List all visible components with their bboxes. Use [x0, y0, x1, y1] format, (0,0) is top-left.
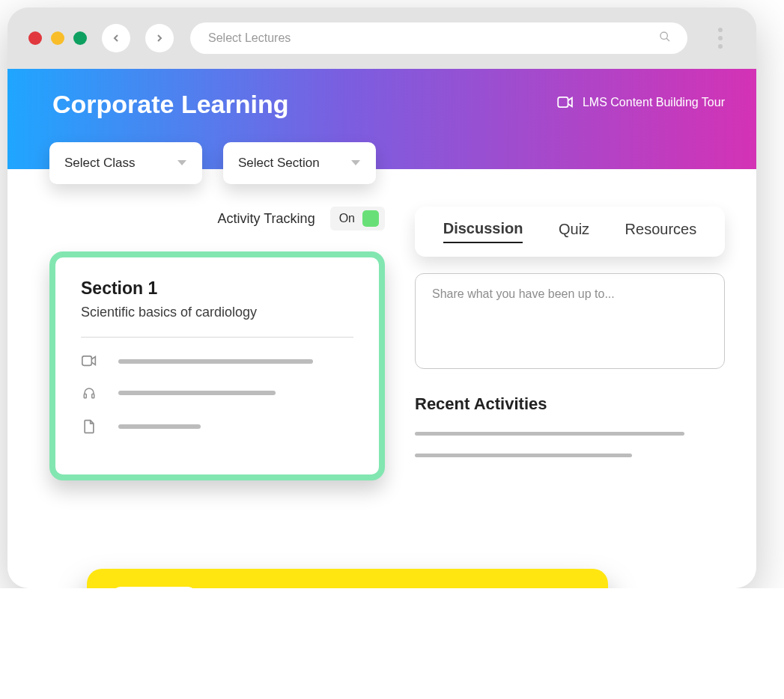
post-placeholder: Share what you have been up to...	[432, 287, 615, 300]
maximize-window-button[interactable]	[73, 31, 87, 45]
content-item[interactable]	[81, 355, 353, 367]
divider	[81, 337, 353, 338]
activity-tracking-label: Activity Tracking	[218, 211, 315, 227]
search-icon	[659, 31, 671, 46]
tab-quiz[interactable]: Quiz	[559, 221, 589, 242]
svg-rect-1	[82, 356, 92, 366]
activity-tracking-row: Activity Tracking On	[49, 207, 385, 231]
placeholder-text	[118, 391, 276, 395]
forward-button[interactable]	[145, 24, 174, 52]
close-window-button[interactable]	[28, 31, 42, 45]
svg-rect-3	[92, 394, 94, 398]
document-icon	[81, 419, 97, 434]
post-input[interactable]: Share what you have been up to...	[415, 273, 725, 369]
back-button[interactable]	[102, 24, 130, 52]
select-class-label: Select Class	[64, 156, 135, 171]
recent-activities: Recent Activities	[415, 394, 725, 457]
search-input[interactable]: Select Lectures	[190, 22, 687, 54]
titlebar: Select Lectures	[7, 7, 756, 69]
placeholder-text	[118, 424, 201, 429]
section-card[interactable]: Section 1 Scientific basics of cardiolog…	[49, 251, 385, 480]
traffic-lights	[28, 31, 87, 45]
placeholder-text	[118, 359, 313, 364]
video-icon	[557, 97, 574, 109]
headphones-icon	[81, 386, 97, 400]
toggle-knob	[362, 210, 379, 227]
tab-resources[interactable]: Resources	[625, 221, 697, 242]
select-class-dropdown[interactable]: Select Class	[49, 142, 202, 184]
recent-activities-title: Recent Activities	[415, 394, 725, 414]
activity-tracking-toggle[interactable]: On	[330, 207, 385, 231]
chevron-down-icon	[177, 156, 187, 171]
content-item[interactable]	[81, 419, 353, 434]
promo-banner: 8.9 NPS score for Classe365. Join our ha…	[87, 569, 608, 588]
minimize-window-button[interactable]	[51, 31, 64, 45]
svg-rect-2	[84, 394, 86, 398]
placeholder-text	[415, 454, 632, 457]
placeholder-text	[415, 432, 684, 436]
tour-label: LMS Content Building Tour	[583, 96, 725, 109]
section-title: Section 1	[81, 278, 353, 299]
select-section-label: Select Section	[238, 156, 320, 171]
section-subtitle: Scientific basics of cardiology	[81, 305, 353, 320]
svg-rect-0	[558, 97, 568, 107]
tabs: Discussion Quiz Resources	[415, 207, 725, 257]
page-title: Corporate Learning	[52, 90, 288, 119]
toggle-state: On	[339, 212, 355, 225]
tour-link[interactable]: LMS Content Building Tour	[557, 96, 725, 109]
tab-discussion[interactable]: Discussion	[443, 220, 523, 243]
content-item[interactable]	[81, 386, 353, 400]
video-icon	[81, 355, 97, 367]
nps-score: 8.9	[111, 587, 198, 588]
chevron-down-icon	[350, 156, 361, 171]
select-section-dropdown[interactable]: Select Section	[223, 142, 376, 184]
menu-button[interactable]	[705, 28, 735, 49]
search-placeholder: Select Lectures	[208, 31, 291, 45]
